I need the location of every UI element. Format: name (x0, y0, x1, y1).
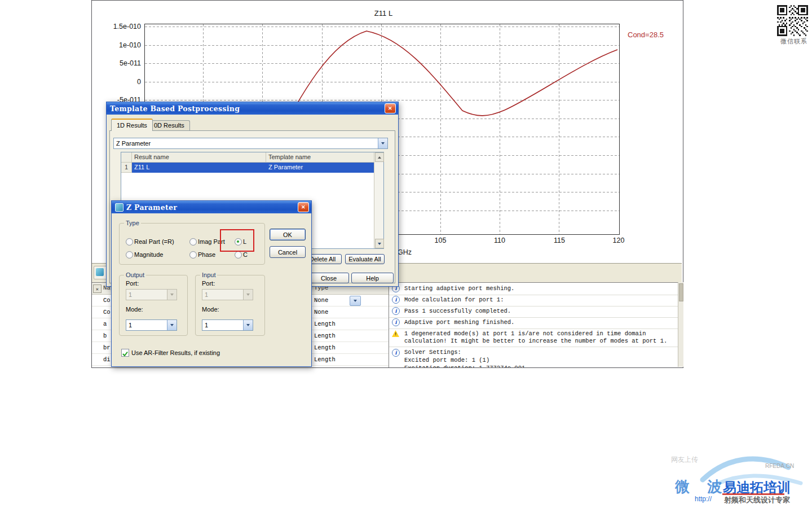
tab-0d-results[interactable]: 0D Results (148, 120, 190, 130)
brand-url: http:// (695, 495, 712, 503)
x-axis-unit: GHz (398, 248, 412, 256)
y-tick: 1e-010 (102, 41, 141, 49)
scroll-down-icon[interactable] (375, 239, 384, 248)
close-icon[interactable] (298, 202, 309, 212)
radio-magnitude[interactable] (126, 251, 133, 259)
brand-watermark: 微 波 (675, 477, 729, 497)
x-tick: 105 (429, 237, 452, 244)
template-results-icon[interactable] (94, 266, 107, 279)
chevron-down-icon (167, 290, 176, 300)
qr-code (777, 5, 808, 36)
output-mode-combobox[interactable]: 1 (126, 319, 177, 331)
log-message: Adaptive port meshing finished. (404, 319, 514, 326)
log-message: Solver Settings: (404, 349, 461, 356)
chevron-down-icon (243, 290, 253, 300)
app-icon (115, 203, 123, 212)
info-icon (392, 307, 400, 315)
col-template-name: Template name (266, 152, 374, 163)
chevron-down-icon[interactable] (167, 320, 176, 330)
cell-template-name: Z Parameter (266, 163, 374, 173)
x-tick: 120 (607, 237, 630, 244)
cell-result-name: Z11 L (132, 163, 266, 173)
type-dropdown-button[interactable] (350, 296, 361, 306)
y-tick: 1.5e-010 (102, 23, 141, 30)
z-parameter-dialog: Z Parameter Type Real Part (=R) Magnitud… (111, 200, 312, 367)
close-panel-icon[interactable] (93, 284, 102, 293)
warning-icon (392, 330, 399, 337)
close-icon[interactable] (385, 103, 396, 113)
evaluate-all-button[interactable]: Evaluate All (345, 254, 385, 264)
input-mode-combobox[interactable]: 1 (202, 319, 253, 331)
qr-caption: 微信联系 (778, 37, 810, 46)
log-message: Mode calculation for port 1: (404, 296, 504, 303)
dialog-titlebar[interactable]: Template Based Postprocessing (107, 102, 398, 115)
tab-1d-results[interactable]: 1D Results (111, 119, 153, 131)
divider (389, 295, 678, 295)
ok-button[interactable]: OK (270, 229, 306, 240)
divider (389, 329, 678, 329)
log-message: Starting adaptive port meshing. (404, 285, 514, 292)
y-tick: 5e-011 (102, 59, 141, 67)
scroll-up-icon[interactable] (375, 152, 384, 162)
help-button[interactable]: Help (351, 273, 394, 283)
brand-slogan: 射频和天线设计专家 (724, 495, 790, 505)
chart-title: Z11 L (338, 9, 429, 17)
log-message: Excitation duration: 1.777274e-001 (404, 365, 525, 367)
message-scrollbar[interactable] (678, 282, 683, 367)
dialog-title: Template Based Postprocessing (110, 104, 240, 113)
dialog-titlebar[interactable]: Z Parameter (112, 201, 311, 213)
radio-phase[interactable] (189, 251, 197, 259)
highlight-annotation (220, 229, 254, 252)
x-tick: 110 (488, 237, 511, 244)
check-icon (122, 351, 129, 357)
info-icon (392, 318, 400, 326)
uploader-watermark: 网友上传 (671, 455, 698, 465)
chevron-down-icon[interactable] (378, 138, 387, 148)
ar-filter-label: Use AR-Filter Results, if existing (131, 349, 220, 356)
log-warning: 1 degenerated mode(s) at port 1 is/are n… (404, 330, 646, 337)
close-button[interactable]: Close (308, 273, 349, 283)
ar-filter-checkbox[interactable] (121, 349, 129, 357)
col-result-name: Result name (132, 152, 266, 163)
table-scrollbar[interactable] (374, 152, 383, 248)
dialog-title: Z Parameter (126, 203, 177, 212)
divider (389, 306, 678, 306)
log-message: Excited port mode: 1 (1) (404, 357, 489, 364)
info-icon (392, 349, 400, 357)
cancel-button[interactable]: Cancel (270, 246, 306, 258)
divider (389, 317, 678, 318)
template-type-combobox[interactable]: Z Parameter (113, 138, 388, 149)
y-tick: 0 (102, 78, 141, 86)
scrollbar-thumb[interactable] (679, 283, 683, 301)
divider (389, 347, 678, 347)
log-warning: calculation! It might be better to incre… (404, 338, 667, 344)
table-header: Result name Template name (121, 152, 383, 163)
brand-site: RFEDA.CN (765, 463, 794, 469)
radio-imag-part[interactable] (189, 238, 197, 246)
x-tick: 115 (548, 237, 571, 244)
output-port-combobox: 1 (126, 289, 177, 300)
log-message: Pass 1 successfully completed. (404, 308, 511, 314)
chart-legend: Cond=28.5 (628, 30, 664, 39)
input-port-combobox: 1 (202, 289, 253, 300)
radio-real-part[interactable] (126, 238, 133, 246)
message-log-panel: Starting adaptive port meshing. Mode cal… (389, 282, 678, 367)
chevron-down-icon[interactable] (243, 320, 253, 330)
radio-capacitance-c[interactable] (235, 251, 242, 259)
info-icon (392, 296, 400, 304)
table-row[interactable]: 1 Z11 L Z Parameter (121, 163, 383, 173)
